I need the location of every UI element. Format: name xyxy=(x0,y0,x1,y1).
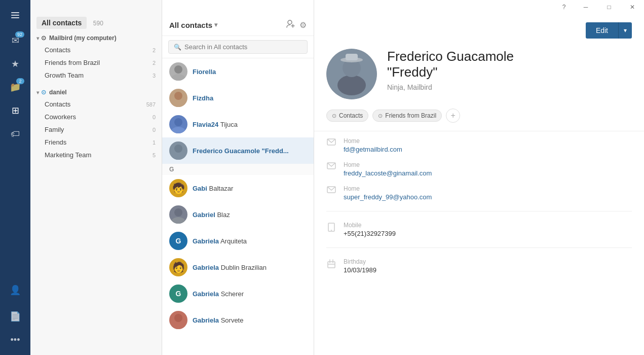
minimize-button[interactable]: ─ xyxy=(574,0,597,14)
contact-row-flavia24[interactable]: Flavia24 Tijuca xyxy=(162,111,314,137)
marketing-team-count: 5 xyxy=(153,152,156,158)
field-email-2: Home freddy_lacoste@ginamail.com xyxy=(326,161,632,177)
contact-row-fiorella[interactable]: Fiorella xyxy=(162,58,314,85)
family-item[interactable]: Family 0 xyxy=(30,123,162,136)
field-value-email-3[interactable]: super_freddy_99@yahoo.com xyxy=(344,193,432,201)
field-value-email-1[interactable]: fd@getmailbird.com xyxy=(344,146,402,153)
friends-item[interactable]: Friends 1 xyxy=(30,136,162,149)
contact-name-flavia24: Flavia24 Tijuca xyxy=(193,121,238,128)
field-content-email-3: Home super_freddy_99@yahoo.com xyxy=(344,185,432,201)
field-value-phone[interactable]: +55(21)32927399 xyxy=(344,230,396,237)
field-value-email-2[interactable]: freddy_lacoste@ginamail.com xyxy=(344,169,432,177)
daniel-icon: ⊙ xyxy=(41,89,46,96)
contacts-tag-icon: ⊙ xyxy=(332,113,336,119)
detail-fields: Home fd@getmailbird.com Home freddy_laco… xyxy=(314,131,644,280)
profile-name-line1: Frederico Guacamole xyxy=(387,49,514,64)
document-nav-button[interactable]: 📄 xyxy=(4,305,26,328)
detail-profile: Frederico Guacamole "Freddy" Ninja, Mail… xyxy=(314,39,644,104)
marketing-team-item[interactable]: Marketing Team 5 xyxy=(30,149,162,161)
mailbird-group-label: Mailbird (my computer) xyxy=(49,34,117,42)
svg-rect-24 xyxy=(328,262,335,268)
edit-dropdown-button[interactable]: ▾ xyxy=(618,22,632,39)
daniel-group-header[interactable]: ▾ ⊙ daniel xyxy=(30,86,162,98)
search-input[interactable] xyxy=(184,43,302,51)
all-contacts-header: All contacts 590 xyxy=(30,14,162,31)
avatar-gabriela-arq: G xyxy=(169,232,187,250)
contact-row-gabriela-sch[interactable]: G Gabriela Scherer xyxy=(162,280,314,307)
more-nav-button[interactable]: ••• xyxy=(4,329,26,351)
daniel-contacts-count: 587 xyxy=(146,101,156,108)
field-content-birthday: Birthday 10/03/1989 xyxy=(344,258,376,274)
coworkers-item[interactable]: Coworkers 0 xyxy=(30,111,162,123)
growth-team-item[interactable]: Growth Team 3 xyxy=(30,69,162,82)
starred-nav-button[interactable]: ★ xyxy=(4,53,26,75)
growth-team-label: Growth Team xyxy=(45,72,84,79)
field-content-email-1: Home fd@getmailbird.com xyxy=(344,137,402,153)
icon-sidebar: ✉ 92 ★ 📁 2 ⊞ 🏷 👤 📄 ••• xyxy=(0,0,30,355)
detail-panel: Edit ▾ Frederico Guacamole "Freddy" Ninj… xyxy=(314,0,644,355)
contact-row-gabriel[interactable]: Gabriel Blaz xyxy=(162,201,314,228)
tag-friends-brazil-label: Friends from Brazil xyxy=(385,112,436,119)
contact-row-gabriela-sor[interactable]: Gabriela Sorvete xyxy=(162,307,314,333)
daniel-contacts-item[interactable]: Contacts 587 xyxy=(30,98,162,111)
contact-name-gabriela-sch: Gabriela Scherer xyxy=(193,290,244,298)
contact-row-gabriela-dub[interactable]: 🧑 Gabriela Dublin Brazilian xyxy=(162,254,314,280)
tag-contacts[interactable]: ⊙ Contacts xyxy=(326,110,368,122)
contact-name-gabi: Gabi Baltazar xyxy=(193,185,233,192)
contact-name-gabriela-dub: Gabriela Dublin Brazilian xyxy=(193,264,267,271)
folder-nav-button[interactable]: 📁 2 xyxy=(4,76,26,98)
contact-row-fizdha[interactable]: Fizdha xyxy=(162,85,314,111)
svg-point-23 xyxy=(331,230,332,231)
avatar-fiorella xyxy=(169,62,187,81)
detail-header: Edit ▾ xyxy=(314,14,644,39)
mailbird-group-header[interactable]: ▾ ⊙ Mailbird (my computer) xyxy=(30,31,162,44)
close-button[interactable]: ✕ xyxy=(621,0,644,14)
avatar-gabriela-sch: G xyxy=(169,285,187,303)
contact-row-gabriela-arq[interactable]: G Gabriela Arquiteta xyxy=(162,228,314,254)
contact-row-gabi[interactable]: 🧒 Gabi Baltazar xyxy=(162,175,314,201)
edit-button[interactable]: Edit xyxy=(586,22,618,39)
mailbird-contacts-count: 2 xyxy=(153,47,156,53)
letter-g-header: G xyxy=(162,164,314,175)
add-contact-icon[interactable] xyxy=(286,19,295,30)
field-content-phone: Mobile +55(21)32927399 xyxy=(344,222,396,237)
svg-point-0 xyxy=(288,20,292,24)
family-label: Family xyxy=(45,126,64,133)
field-label-phone: Mobile xyxy=(344,222,396,229)
mailbird-contacts-item[interactable]: Contacts 2 xyxy=(30,44,162,56)
chevron-down-icon: ▾ xyxy=(36,36,39,41)
contact-name-gabriela-sor: Gabriela Sorvete xyxy=(193,316,243,324)
tag-friends-brazil[interactable]: ⊙ Friends from Brazil xyxy=(372,110,442,122)
group-tags: ⊙ Contacts ⊙ Friends from Brazil + xyxy=(314,104,644,131)
friends-count: 1 xyxy=(153,139,156,146)
svg-point-12 xyxy=(171,217,185,224)
profile-avatar xyxy=(326,49,377,99)
field-label-email-2: Home xyxy=(344,161,432,168)
svg-rect-19 xyxy=(346,54,358,60)
add-tag-button[interactable]: + xyxy=(446,109,460,123)
tag-contacts-label: Contacts xyxy=(339,112,363,119)
contact-row-frederico[interactable]: Frederico Guacamole "Fredd... xyxy=(162,137,314,164)
svg-point-16 xyxy=(337,75,366,95)
contact-name-fizdha: Fizdha xyxy=(193,94,213,102)
profile-title: Ninja, Mailbird xyxy=(387,83,514,91)
mail-nav-button[interactable]: ✉ 92 xyxy=(4,29,26,52)
person-icon: 👤 xyxy=(10,285,21,296)
chevron-down-icon-3[interactable]: ▾ xyxy=(214,21,217,28)
growth-team-count: 3 xyxy=(153,73,156,79)
star-icon: ★ xyxy=(11,58,19,69)
email-icon-3 xyxy=(326,186,336,195)
field-label-email-1: Home xyxy=(344,137,402,145)
hamburger-menu-button[interactable] xyxy=(4,4,26,26)
field-email-3: Home super_freddy_99@yahoo.com xyxy=(326,185,632,201)
help-button[interactable]: ? xyxy=(559,0,569,14)
search-bar: 🔍 xyxy=(162,36,314,58)
friends-from-brazil-item[interactable]: Friends from Brazil 2 xyxy=(30,56,162,69)
tag-nav-button[interactable]: 🏷 xyxy=(4,123,26,145)
friends-brazil-count: 2 xyxy=(153,60,156,66)
settings-icon[interactable]: ⚙ xyxy=(299,20,307,30)
all-contacts-title[interactable]: All contacts xyxy=(36,17,87,29)
contact-nav-button[interactable]: 👤 xyxy=(4,279,26,301)
maximize-button[interactable]: □ xyxy=(597,0,621,14)
apps-nav-button[interactable]: ⊞ xyxy=(4,99,26,122)
